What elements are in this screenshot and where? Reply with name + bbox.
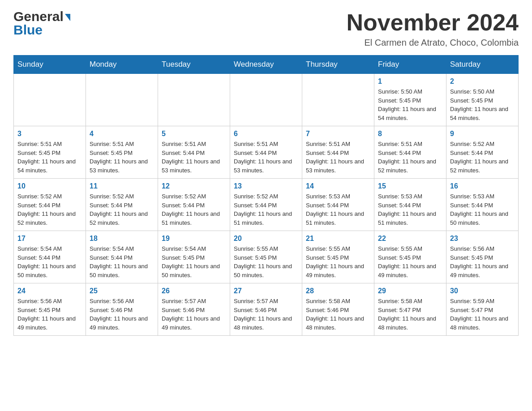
day-header-saturday: Saturday (446, 56, 519, 74)
calendar-cell: 6Sunrise: 5:51 AM Sunset: 5:44 PM Daylig… (230, 126, 302, 179)
day-number: 13 (234, 182, 298, 190)
calendar-cell: 30Sunrise: 5:59 AM Sunset: 5:47 PM Dayli… (446, 283, 519, 336)
calendar-cell: 17Sunrise: 5:54 AM Sunset: 5:44 PM Dayli… (14, 231, 86, 283)
calendar-cell: 4Sunrise: 5:51 AM Sunset: 5:45 PM Daylig… (86, 126, 158, 179)
day-number: 21 (306, 235, 370, 243)
calendar-cell (302, 74, 374, 126)
day-info: Sunrise: 5:52 AM Sunset: 5:44 PM Dayligh… (450, 140, 515, 175)
day-header-wednesday: Wednesday (230, 56, 302, 74)
day-info: Sunrise: 5:51 AM Sunset: 5:45 PM Dayligh… (90, 140, 154, 175)
day-number: 23 (450, 235, 515, 243)
day-info: Sunrise: 5:56 AM Sunset: 5:46 PM Dayligh… (90, 297, 154, 332)
day-number: 25 (90, 287, 154, 295)
calendar-cell: 18Sunrise: 5:54 AM Sunset: 5:44 PM Dayli… (86, 231, 158, 283)
week-row-5: 24Sunrise: 5:56 AM Sunset: 5:45 PM Dayli… (14, 283, 519, 336)
logo-general: General (13, 9, 64, 24)
calendar-cell: 8Sunrise: 5:51 AM Sunset: 5:44 PM Daylig… (374, 126, 446, 179)
day-number: 22 (378, 235, 442, 243)
day-number: 3 (17, 130, 82, 138)
day-info: Sunrise: 5:58 AM Sunset: 5:47 PM Dayligh… (378, 297, 442, 332)
day-info: Sunrise: 5:51 AM Sunset: 5:44 PM Dayligh… (234, 140, 298, 175)
page-header: General Blue November 2024 El Carmen de … (13, 9, 519, 48)
day-info: Sunrise: 5:51 AM Sunset: 5:45 PM Dayligh… (17, 140, 82, 175)
day-info: Sunrise: 5:55 AM Sunset: 5:45 PM Dayligh… (306, 244, 370, 279)
day-number: 26 (162, 287, 226, 295)
day-info: Sunrise: 5:57 AM Sunset: 5:46 PM Dayligh… (162, 297, 226, 332)
day-info: Sunrise: 5:55 AM Sunset: 5:45 PM Dayligh… (378, 244, 442, 279)
calendar-table: SundayMondayTuesdayWednesdayThursdayFrid… (13, 55, 519, 336)
calendar-cell: 25Sunrise: 5:56 AM Sunset: 5:46 PM Dayli… (86, 283, 158, 336)
week-row-4: 17Sunrise: 5:54 AM Sunset: 5:44 PM Dayli… (14, 231, 519, 283)
day-number: 4 (90, 130, 154, 138)
calendar-cell: 23Sunrise: 5:56 AM Sunset: 5:45 PM Dayli… (446, 231, 519, 283)
week-row-2: 3Sunrise: 5:51 AM Sunset: 5:45 PM Daylig… (14, 126, 519, 179)
calendar-cell: 21Sunrise: 5:55 AM Sunset: 5:45 PM Dayli… (302, 231, 374, 283)
day-number: 1 (378, 77, 442, 86)
day-info: Sunrise: 5:51 AM Sunset: 5:44 PM Dayligh… (306, 140, 370, 175)
day-info: Sunrise: 5:50 AM Sunset: 5:45 PM Dayligh… (378, 87, 442, 122)
calendar-cell: 20Sunrise: 5:55 AM Sunset: 5:45 PM Dayli… (230, 231, 302, 283)
day-info: Sunrise: 5:56 AM Sunset: 5:45 PM Dayligh… (17, 297, 82, 332)
calendar-cell (230, 74, 302, 126)
calendar-cell: 9Sunrise: 5:52 AM Sunset: 5:44 PM Daylig… (446, 126, 519, 179)
calendar-cell: 28Sunrise: 5:58 AM Sunset: 5:46 PM Dayli… (302, 283, 374, 336)
logo-blue: Blue (13, 22, 43, 38)
calendar-cell: 14Sunrise: 5:53 AM Sunset: 5:44 PM Dayli… (302, 179, 374, 231)
calendar-cell: 12Sunrise: 5:52 AM Sunset: 5:44 PM Dayli… (158, 179, 230, 231)
day-info: Sunrise: 5:52 AM Sunset: 5:44 PM Dayligh… (17, 192, 82, 227)
day-number: 5 (162, 130, 226, 138)
day-number: 29 (378, 287, 442, 295)
calendar-cell: 19Sunrise: 5:54 AM Sunset: 5:45 PM Dayli… (158, 231, 230, 283)
day-info: Sunrise: 5:59 AM Sunset: 5:47 PM Dayligh… (450, 297, 515, 332)
calendar-cell: 5Sunrise: 5:51 AM Sunset: 5:44 PM Daylig… (158, 126, 230, 179)
calendar-cell: 22Sunrise: 5:55 AM Sunset: 5:45 PM Dayli… (374, 231, 446, 283)
day-number: 6 (234, 130, 298, 138)
week-row-1: 1Sunrise: 5:50 AM Sunset: 5:45 PM Daylig… (14, 74, 519, 126)
title-area: November 2024 El Carmen de Atrato, Choco… (347, 9, 519, 48)
day-info: Sunrise: 5:56 AM Sunset: 5:45 PM Dayligh… (450, 244, 515, 279)
day-info: Sunrise: 5:50 AM Sunset: 5:45 PM Dayligh… (450, 87, 515, 122)
calendar-header-row: SundayMondayTuesdayWednesdayThursdayFrid… (14, 56, 519, 74)
logo-triangle-icon (65, 14, 70, 21)
calendar-cell: 3Sunrise: 5:51 AM Sunset: 5:45 PM Daylig… (14, 126, 86, 179)
day-number: 28 (306, 287, 370, 295)
day-info: Sunrise: 5:54 AM Sunset: 5:44 PM Dayligh… (17, 244, 82, 279)
week-row-3: 10Sunrise: 5:52 AM Sunset: 5:44 PM Dayli… (14, 179, 519, 231)
day-number: 16 (450, 182, 515, 190)
day-header-monday: Monday (86, 56, 158, 74)
location: El Carmen de Atrato, Choco, Colombia (347, 38, 519, 48)
day-number: 18 (90, 235, 154, 243)
day-number: 10 (17, 182, 82, 190)
day-number: 11 (90, 182, 154, 190)
day-info: Sunrise: 5:52 AM Sunset: 5:44 PM Dayligh… (162, 192, 226, 227)
day-number: 27 (234, 287, 298, 295)
day-header-tuesday: Tuesday (158, 56, 230, 74)
day-info: Sunrise: 5:53 AM Sunset: 5:44 PM Dayligh… (450, 192, 515, 227)
calendar-cell: 16Sunrise: 5:53 AM Sunset: 5:44 PM Dayli… (446, 179, 519, 231)
day-info: Sunrise: 5:52 AM Sunset: 5:44 PM Dayligh… (90, 192, 154, 227)
calendar-cell: 11Sunrise: 5:52 AM Sunset: 5:44 PM Dayli… (86, 179, 158, 231)
calendar-cell: 13Sunrise: 5:52 AM Sunset: 5:44 PM Dayli… (230, 179, 302, 231)
calendar-cell (158, 74, 230, 126)
calendar-cell: 26Sunrise: 5:57 AM Sunset: 5:46 PM Dayli… (158, 283, 230, 336)
day-number: 2 (450, 77, 515, 86)
calendar-cell: 10Sunrise: 5:52 AM Sunset: 5:44 PM Dayli… (14, 179, 86, 231)
day-number: 19 (162, 235, 226, 243)
calendar-cell: 27Sunrise: 5:57 AM Sunset: 5:46 PM Dayli… (230, 283, 302, 336)
day-info: Sunrise: 5:53 AM Sunset: 5:44 PM Dayligh… (306, 192, 370, 227)
day-number: 17 (17, 235, 82, 243)
day-info: Sunrise: 5:58 AM Sunset: 5:46 PM Dayligh… (306, 297, 370, 332)
day-info: Sunrise: 5:51 AM Sunset: 5:44 PM Dayligh… (378, 140, 442, 175)
day-info: Sunrise: 5:54 AM Sunset: 5:44 PM Dayligh… (90, 244, 154, 279)
day-number: 14 (306, 182, 370, 190)
calendar-cell: 7Sunrise: 5:51 AM Sunset: 5:44 PM Daylig… (302, 126, 374, 179)
day-number: 7 (306, 130, 370, 138)
day-info: Sunrise: 5:51 AM Sunset: 5:44 PM Dayligh… (162, 140, 226, 175)
day-info: Sunrise: 5:52 AM Sunset: 5:44 PM Dayligh… (234, 192, 298, 227)
logo: General Blue (13, 9, 70, 38)
day-header-thursday: Thursday (302, 56, 374, 74)
calendar-cell: 29Sunrise: 5:58 AM Sunset: 5:47 PM Dayli… (374, 283, 446, 336)
calendar-cell: 24Sunrise: 5:56 AM Sunset: 5:45 PM Dayli… (14, 283, 86, 336)
calendar-cell: 2Sunrise: 5:50 AM Sunset: 5:45 PM Daylig… (446, 74, 519, 126)
day-number: 8 (378, 130, 442, 138)
